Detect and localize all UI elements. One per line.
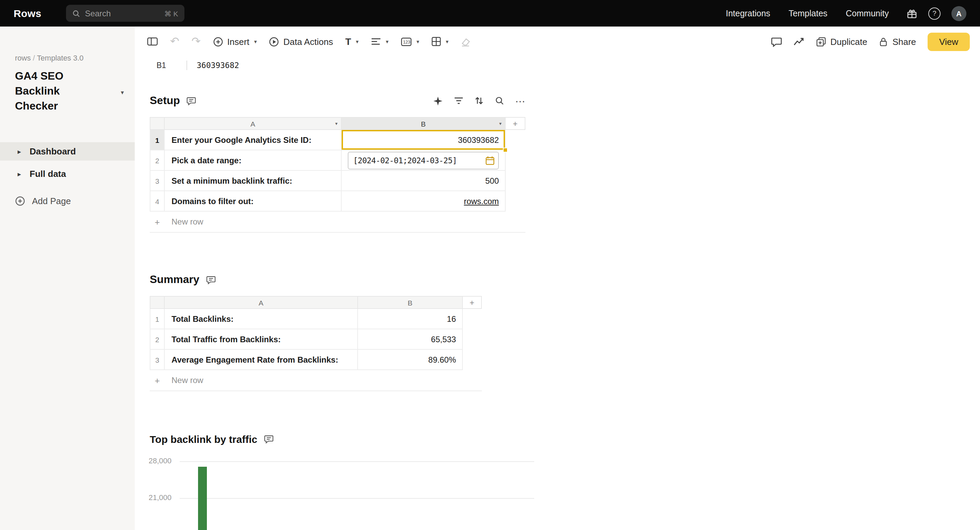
filter-icon[interactable] — [454, 97, 463, 105]
cell-a3[interactable]: Set a minimum backlink traffic: — [165, 171, 342, 191]
insert-label: Insert — [227, 36, 250, 47]
chevron-down-icon[interactable]: ▾ — [335, 121, 337, 126]
cell-text: Total Backlinks: — [172, 314, 234, 324]
row-number[interactable]: 2 — [150, 150, 165, 171]
table-corner-cell[interactable] — [150, 296, 165, 309]
global-search-input[interactable]: Search ⌘ K — [66, 5, 185, 22]
cell-b2[interactable]: [2024-02-01;2024-03-25] — [342, 150, 506, 171]
add-row-button[interactable]: + New row — [150, 370, 482, 391]
cell-a2[interactable]: Pick a date range: — [165, 150, 342, 171]
rows-logo[interactable]: Rows — [14, 8, 41, 19]
column-header-b[interactable]: B▾ — [342, 117, 506, 130]
triangle-right-icon[interactable]: ▸ — [18, 148, 21, 155]
summary-title: Summary — [150, 273, 199, 286]
comment-icon[interactable] — [206, 275, 216, 284]
user-avatar[interactable]: A — [951, 6, 966, 21]
nav-integrations[interactable]: Integrations — [726, 8, 770, 18]
view-button[interactable]: View — [928, 32, 970, 51]
insights-button[interactable] — [794, 37, 804, 46]
autofill-sparkle-icon[interactable] — [433, 95, 443, 106]
row-number[interactable]: 3 — [150, 350, 165, 370]
sheet-canvas: Setup ⋯ A▾ B▾ + 1 — [135, 74, 980, 530]
cell-a1[interactable]: Total Backlinks: — [165, 309, 358, 329]
row-number[interactable]: 1 — [150, 130, 165, 150]
add-column-button[interactable]: + — [463, 296, 482, 309]
sort-icon[interactable] — [474, 96, 484, 105]
cell-value: 65,533 — [431, 335, 456, 344]
cell-link[interactable]: rows.com — [464, 196, 499, 206]
search-icon[interactable] — [495, 96, 504, 105]
chevron-down-icon: ▾ — [417, 38, 419, 44]
cell-reference[interactable]: B1 — [156, 61, 177, 70]
row-number[interactable]: 3 — [150, 171, 165, 191]
borders-button[interactable]: ▾ — [431, 37, 449, 46]
add-column-button[interactable]: + — [506, 117, 525, 130]
y-axis-tick: 28,000 — [137, 457, 172, 465]
insert-button[interactable]: Insert ▾ — [213, 36, 257, 47]
more-options-icon[interactable]: ⋯ — [515, 95, 525, 106]
sidebar-item-full-data[interactable]: ▸ Full data — [0, 165, 135, 183]
alignment-button[interactable]: ▾ — [371, 37, 388, 46]
sidebar-item-label: Dashboard — [30, 146, 76, 157]
undo-button[interactable]: ↶ — [170, 36, 179, 47]
toggle-sidebar-button[interactable] — [147, 37, 158, 46]
empty-cell — [463, 309, 482, 329]
cell-a1[interactable]: Enter your Google Analytics Site ID: — [165, 130, 342, 150]
column-header-a[interactable]: A — [165, 296, 358, 309]
duplicate-label: Duplicate — [830, 36, 867, 47]
add-page-button[interactable]: Add Page — [0, 192, 135, 210]
comment-icon[interactable] — [187, 96, 196, 105]
cell-b3[interactable]: 500 — [342, 171, 506, 191]
cell-b3[interactable]: 89.60% — [358, 350, 463, 370]
number-format-button[interactable]: 123 ▾ — [401, 37, 419, 46]
add-row-button[interactable]: + New row — [150, 212, 525, 233]
cell-a3[interactable]: Average Engagement Rate from Backlinks: — [165, 350, 358, 370]
breadcrumb-page[interactable]: Templates 3.0 — [37, 54, 84, 62]
column-header-a[interactable]: A▾ — [165, 117, 342, 130]
chevron-down-icon[interactable]: ▾ — [499, 121, 501, 126]
comments-button[interactable] — [771, 36, 782, 47]
clear-format-button[interactable] — [461, 36, 471, 47]
text-format-button[interactable]: T ▾ — [345, 36, 359, 47]
date-range-picker[interactable]: [2024-02-01;2024-03-25] — [348, 151, 499, 169]
sidebar-item-dashboard[interactable]: ▸ Dashboard — [0, 142, 135, 160]
data-actions-button[interactable]: Data Actions — [269, 36, 333, 47]
fill-handle[interactable] — [503, 148, 508, 152]
table-corner-cell[interactable] — [150, 117, 165, 130]
help-icon[interactable]: ? — [928, 7, 940, 19]
workbook-title[interactable]: GA4 SEO Backlink Checker — [15, 69, 105, 114]
nav-templates[interactable]: Templates — [789, 8, 827, 18]
gift-icon[interactable] — [907, 8, 917, 19]
nav-community[interactable]: Community — [846, 8, 889, 18]
cell-b4[interactable]: rows.com — [342, 191, 506, 212]
redo-button[interactable]: ↷ — [192, 36, 201, 47]
column-header-b[interactable]: B — [358, 296, 463, 309]
column-label: B — [421, 119, 426, 128]
chevron-down-icon: ▾ — [356, 38, 359, 44]
cell-value: 16 — [447, 314, 456, 324]
duplicate-button[interactable]: Duplicate — [816, 36, 867, 47]
breadcrumb[interactable]: rows/Templates 3.0 — [15, 54, 84, 62]
calendar-icon[interactable] — [485, 156, 495, 165]
breadcrumb-root[interactable]: rows — [15, 54, 30, 62]
workbook-title-caret-icon[interactable]: ▾ — [121, 89, 124, 96]
share-button[interactable]: Share — [879, 36, 916, 47]
empty-cell — [506, 150, 525, 171]
row-number[interactable]: 2 — [150, 329, 165, 350]
date-range-value: [2024-02-01;2024-03-25] — [353, 156, 457, 165]
formula-bar: B1 360393682 — [135, 57, 980, 74]
new-row-label: New row — [165, 217, 203, 227]
triangle-right-icon[interactable]: ▸ — [18, 170, 21, 177]
setup-table: A▾ B▾ + 1 Enter your Google Analytics Si… — [150, 117, 525, 233]
row-number[interactable]: 4 — [150, 191, 165, 212]
cell-b1-selected[interactable]: 360393682 — [342, 130, 506, 150]
cell-a2[interactable]: Total Traffic from Backlinks: — [165, 329, 358, 350]
cell-b1[interactable]: 16 — [358, 309, 463, 329]
row-number[interactable]: 1 — [150, 309, 165, 329]
empty-cell — [506, 191, 525, 212]
cell-b2[interactable]: 65,533 — [358, 329, 463, 350]
sidebar-item-label: Full data — [30, 169, 66, 179]
cell-a4[interactable]: Domains to filter out: — [165, 191, 342, 212]
chart-bar[interactable] — [198, 467, 207, 530]
formula-input[interactable]: 360393682 — [197, 60, 239, 70]
